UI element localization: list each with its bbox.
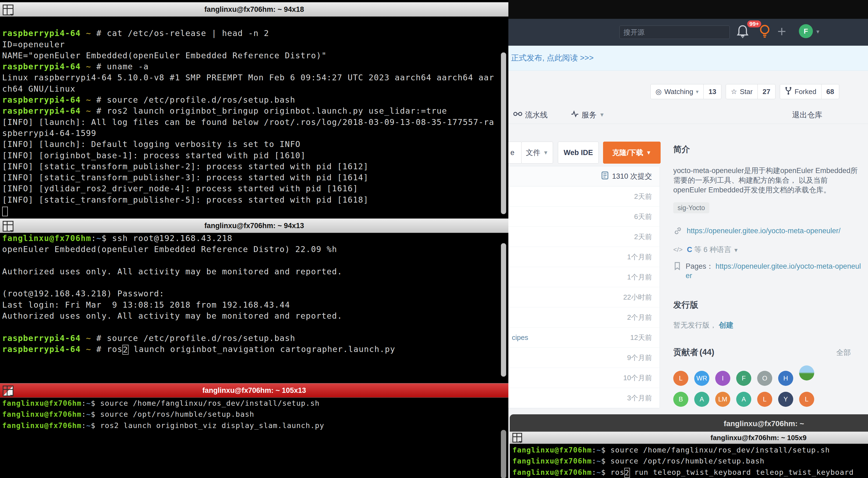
plus-icon[interactable]: +: [777, 23, 786, 40]
pages-label: Pages：: [686, 262, 714, 270]
branch-select-button-partial[interactable]: e: [508, 142, 522, 164]
contributor-avatar-photo[interactable]: [799, 366, 814, 380]
file-row[interactable]: 9个月前: [508, 348, 659, 368]
terminal-line: fanglinxu@fx706hm:~$ ssh root@192.168.43…: [2, 233, 499, 244]
terminal-2-titlebar[interactable]: fanglinxu@fx706hm: ~ 94x13: [0, 218, 508, 233]
contributor-avatar[interactable]: I: [715, 371, 730, 386]
terminal-line: [2, 321, 499, 332]
terminal-5-titlebar[interactable]: fanglinxu@fx706hm: ~ 105x9: [510, 432, 868, 444]
announcement-banner[interactable]: 正式发布, 点此阅读 >>>: [508, 46, 868, 71]
bell-icon[interactable]: [736, 24, 750, 40]
terminal-1-content[interactable]: raspberrypi4-64 ~ # cat /etc/os-release …: [2, 16, 499, 216]
browser-gitee-page: 99+ + F ▾ 正式发布, 点此阅读 >>> ◎ Watching ▾ 13: [508, 0, 868, 478]
commit-time: 2个月前: [627, 313, 652, 322]
terminal-line: [INFO] [launch]: All log files can be fo…: [2, 116, 499, 128]
commits-count-link[interactable]: 1310 次提交: [612, 171, 652, 181]
language-link[interactable]: C: [687, 246, 692, 254]
star-count[interactable]: 27: [758, 84, 775, 99]
contributors-all-link[interactable]: 全部: [836, 348, 851, 357]
terminal-1-title: fanglinxu@fx706hm: ~ 94x18: [205, 5, 304, 14]
contributor-avatar[interactable]: LM: [715, 392, 730, 407]
terminal-4-back-title: fanglinxu@fx706hm: ~: [724, 419, 804, 428]
watch-button[interactable]: ◎ Watching ▾: [651, 84, 704, 99]
search-input[interactable]: [619, 26, 730, 39]
terminal-line: [2, 277, 499, 288]
terminal-5-content[interactable]: fanglinxu@fx706hm:~$ source /home/fangli…: [513, 444, 868, 478]
files-dropdown-button[interactable]: 文件▼: [521, 142, 553, 164]
terminal-line: ID=openeuler: [2, 39, 499, 50]
contributor-avatar[interactable]: A: [736, 392, 751, 407]
web-ide-button[interactable]: Web IDE: [558, 142, 599, 164]
sig-tag[interactable]: sig-Yocto: [673, 202, 709, 213]
terminal-2-content[interactable]: fanglinxu@fx706hm:~$ ssh root@192.168.43…: [2, 233, 499, 377]
language-rest[interactable]: 等 6 种语言: [694, 246, 731, 254]
tab-services[interactable]: 服务 ▼: [571, 109, 604, 121]
chevron-down-icon: ▼: [646, 150, 651, 156]
file-row[interactable]: 2天前: [508, 227, 659, 247]
contributor-avatar[interactable]: L: [673, 371, 688, 386]
window-menu-icon[interactable]: [3, 221, 13, 232]
repo-action-buttons: ◎ Watching ▾ 13 ☆ Star 27 Forked: [650, 84, 839, 99]
tab-pipeline[interactable]: 流水线: [513, 109, 548, 121]
contributor-avatar[interactable]: A: [694, 392, 709, 407]
contributor-avatar[interactable]: L: [799, 392, 814, 407]
file-row[interactable]: 22小时前: [508, 287, 659, 307]
window-menu-icon[interactable]: [513, 433, 522, 443]
terminal-2-scrollbar[interactable]: [501, 243, 506, 377]
create-release-link[interactable]: 创建: [719, 321, 734, 329]
file-name[interactable]: cipes: [512, 334, 528, 342]
terminal-line: [INFO] [launch]: Default logging verbosi…: [2, 139, 499, 150]
contributor-avatar[interactable]: O: [757, 371, 772, 386]
terminal-3-titlebar[interactable]: fanglinxu@fx706hm: ~ 105x13: [0, 383, 508, 398]
file-row[interactable]: 10个月前: [508, 368, 659, 388]
contributor-avatar[interactable]: B: [673, 392, 688, 407]
terminal-3-scrollbar[interactable]: [501, 430, 506, 478]
terminal-line: Authorized uses only. All activity may b…: [2, 310, 499, 321]
clone-download-button[interactable]: 克隆/下载▼: [603, 142, 661, 164]
website-link[interactable]: https://openeuler.gitee.io/yocto-meta-op…: [687, 226, 841, 236]
file-row[interactable]: 2个月前: [508, 307, 659, 328]
watch-count[interactable]: 13: [704, 84, 721, 99]
file-row[interactable]: 1个月前: [508, 267, 659, 287]
commit-time: 22小时前: [623, 293, 652, 302]
file-row[interactable]: 1个月前: [508, 247, 659, 267]
banner-link[interactable]: 正式发布, 点此阅读 >>>: [511, 53, 594, 63]
contributor-avatar[interactable]: H: [778, 371, 793, 386]
terminal-1-scrollbar[interactable]: [501, 53, 506, 214]
commit-time: 12天前: [630, 333, 652, 342]
terminal-line: raspberrypi4-64 ~ # cat /etc/os-release …: [2, 28, 499, 39]
fork-button[interactable]: Forked: [780, 84, 822, 99]
contributors-count: (44): [699, 347, 714, 357]
terminal-line: Linux raspberrypi4-64 5.10.0-v8 #1 SMP P…: [2, 72, 499, 83]
file-row[interactable]: 3个月前: [508, 388, 659, 408]
commit-time: 2天前: [634, 192, 652, 201]
file-row[interactable]: 6天前: [508, 207, 659, 227]
contributor-avatar[interactable]: WR: [694, 371, 709, 386]
terminal-1-titlebar[interactable]: fanglinxu@fx706hm: ~ 94x18: [0, 2, 508, 16]
terminal-3-content[interactable]: fanglinxu@fx706hm:~$ source /home/fangli…: [2, 398, 499, 431]
repo-sidebar: 简介 yocto-meta-openeuler是用于构建openEuler Em…: [673, 137, 862, 413]
notification-badge: 99+: [747, 21, 761, 27]
fork-count[interactable]: 68: [822, 84, 839, 99]
user-avatar[interactable]: F: [799, 24, 813, 38]
window-menu-icon[interactable]: [3, 5, 13, 15]
chevron-down-icon[interactable]: ▾: [816, 28, 819, 35]
contributor-avatar[interactable]: F: [736, 371, 751, 386]
star-button[interactable]: ☆ Star: [726, 84, 758, 99]
exit-repo-link[interactable]: 退出仓库: [792, 109, 822, 121]
pulse-icon: [571, 110, 579, 119]
desktop-gap: [508, 0, 868, 19]
commit-time: 9个月前: [627, 353, 652, 363]
chevron-down-icon: ▾: [696, 89, 699, 95]
terminal-line: [2, 255, 499, 266]
window-menu-icon[interactable]: [3, 385, 13, 396]
terminal-window-5: fanglinxu@fx706hm: ~ 105x9 fanglinxu@fx7…: [510, 432, 868, 478]
terminal-line: raspberrypi4-64 ~ # ros2 launch originbo…: [2, 344, 499, 355]
commit-time: 2天前: [634, 232, 652, 242]
contributor-avatar[interactable]: L: [757, 392, 772, 407]
contributor-avatar[interactable]: Y: [778, 392, 793, 407]
commit-time: 1个月前: [627, 252, 652, 262]
file-row[interactable]: 2天前: [508, 186, 659, 207]
file-row[interactable]: cipes12天前: [508, 328, 659, 348]
terminal-window-4-background[interactable]: fanglinxu@fx706hm: ~: [510, 414, 868, 433]
